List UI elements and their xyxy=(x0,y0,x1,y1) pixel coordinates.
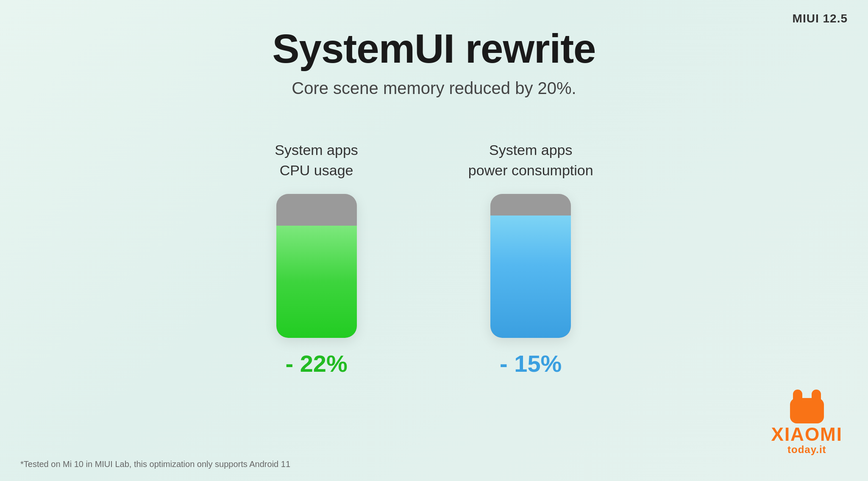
cpu-bar-fill xyxy=(276,226,357,338)
cpu-chart-label: System apps CPU usage xyxy=(275,140,358,180)
cpu-chart: System apps CPU usage - 22% xyxy=(275,140,358,377)
main-content: SystemUI rewrite Core scene memory reduc… xyxy=(0,0,868,377)
xiaomi-domain-name: today.it xyxy=(787,444,826,456)
power-percent-label: - 15% xyxy=(500,350,562,377)
xiaomi-text-block: XIAOMI today.it xyxy=(771,425,843,456)
charts-row: System apps CPU usage - 22% System apps … xyxy=(275,140,593,377)
page-subtitle: Core scene memory reduced by 20%. xyxy=(292,79,576,98)
power-bar-container xyxy=(490,194,571,338)
miui-version-badge: MIUI 12.5 xyxy=(793,12,848,25)
cpu-bar-top xyxy=(276,194,357,226)
page-title: SystemUI rewrite xyxy=(272,25,595,72)
xiaomi-brand-name: XIAOMI xyxy=(771,425,843,444)
power-chart-label: System apps power consumption xyxy=(468,140,593,180)
xiaomi-logo: XIAOMI today.it xyxy=(771,390,843,456)
power-bar-fill xyxy=(490,216,571,338)
footnote: *Tested on Mi 10 in MIUI Lab, this optim… xyxy=(20,459,290,469)
cpu-bar-container xyxy=(276,194,357,338)
cpu-percent-label: - 22% xyxy=(285,350,347,377)
bunny-body xyxy=(790,398,824,423)
power-chart: System apps power consumption - 15% xyxy=(468,140,593,377)
xiaomi-bunny-icon xyxy=(784,390,830,423)
